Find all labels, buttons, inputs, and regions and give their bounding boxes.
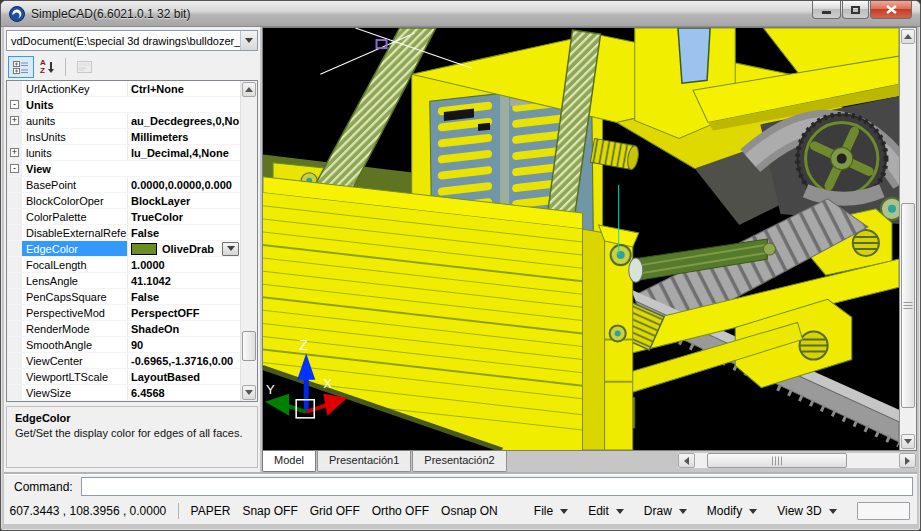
ucs-y-label: Y xyxy=(266,382,275,397)
grid-row-BasePoint[interactable]: BasePoint0.0000,0.0000,0.000 xyxy=(7,177,240,193)
row-margin: - xyxy=(7,97,22,112)
command-row: Command: xyxy=(4,474,917,498)
status-toggle-osnap-on[interactable]: Osnap ON xyxy=(441,504,498,518)
window-controls xyxy=(811,1,912,19)
property-name: SmoothAngle xyxy=(22,337,128,352)
maximize-icon xyxy=(851,6,860,14)
property-value: False xyxy=(128,225,240,240)
scroll-down-button[interactable] xyxy=(901,434,915,449)
grid-row-ViewSize[interactable]: ViewSize6.4568 xyxy=(7,385,240,401)
grid-row-InsUnits[interactable]: InsUnitsMillimeters xyxy=(7,129,240,145)
row-margin xyxy=(7,241,22,256)
grid-row-PerspectiveMod[interactable]: PerspectiveModPerspectOFF xyxy=(7,305,240,321)
collapse-icon[interactable]: - xyxy=(10,164,19,173)
chevron-down-icon xyxy=(245,38,253,43)
viewport[interactable]: Z X Y xyxy=(262,27,917,451)
grid-row-DisableExternalRefe[interactable]: DisableExternalRefeFalse xyxy=(7,225,240,241)
property-name: lunits xyxy=(22,145,128,160)
row-margin xyxy=(7,177,22,192)
scroll-right-button[interactable] xyxy=(899,453,916,468)
property-grid-scrollbar[interactable] xyxy=(240,81,257,401)
row-margin xyxy=(7,385,22,400)
document-combobox-value: vdDocument(E:\special 3d drawings\bulldo… xyxy=(7,35,240,47)
categorized-view-button[interactable] xyxy=(8,56,34,78)
scroll-left-button[interactable] xyxy=(678,453,695,468)
property-name: ViewSize xyxy=(22,385,128,400)
viewport-panel: Z X Y ModelPresentación1Presentación2 xyxy=(262,27,917,474)
viewport-horizontal-scrollbar[interactable] xyxy=(677,452,917,469)
thumb-grip-icon xyxy=(772,456,782,465)
expand-icon[interactable]: + xyxy=(10,116,19,125)
menu-modify[interactable]: Modify xyxy=(707,504,757,518)
grid-row-Units[interactable]: -Units xyxy=(7,97,240,113)
chevron-down-icon xyxy=(829,509,837,514)
grid-row-SmoothAngle[interactable]: SmoothAngle90 xyxy=(7,337,240,353)
row-margin xyxy=(7,273,22,288)
property-name: PerspectiveMod xyxy=(22,305,128,320)
property-value: 90 xyxy=(128,337,240,352)
property-name: LensAngle xyxy=(22,273,128,288)
grid-row-ColorPalette[interactable]: ColorPaletteTrueColor xyxy=(7,209,240,225)
property-name: EdgeColor xyxy=(22,241,128,256)
status-toggle-ortho-off[interactable]: Ortho OFF xyxy=(372,504,429,518)
chevron-down-icon xyxy=(904,439,912,444)
scrollbar-thumb[interactable] xyxy=(901,203,915,408)
grid-row-FocalLength[interactable]: FocalLength1.0000 xyxy=(7,257,240,273)
grid-row-ViewportLTScale[interactable]: ViewportLTScaleLayoutBased xyxy=(7,369,240,385)
grid-row-BlockColorOper[interactable]: BlockColorOperBlockLayer xyxy=(7,193,240,209)
close-button[interactable] xyxy=(870,1,912,19)
scrollbar-thumb[interactable] xyxy=(707,453,847,468)
viewport-canvas[interactable]: Z X Y xyxy=(263,28,899,450)
minimize-button[interactable] xyxy=(812,1,841,19)
chevron-down-icon xyxy=(616,509,624,514)
property-name: BlockColorOper xyxy=(22,193,128,208)
row-margin xyxy=(7,209,22,224)
scroll-up-button[interactable] xyxy=(901,29,915,44)
chevron-down-icon xyxy=(245,390,253,395)
chevron-down-icon xyxy=(749,509,757,514)
command-input[interactable] xyxy=(81,477,913,496)
status-toggle-snap-off[interactable]: Snap OFF xyxy=(242,504,297,518)
status-toggle-paper[interactable]: PAPER xyxy=(191,504,231,518)
collapse-icon[interactable]: - xyxy=(10,100,19,109)
scrollbar-thumb[interactable] xyxy=(242,331,256,361)
row-margin: + xyxy=(7,145,22,160)
tab-Presentación1[interactable]: Presentación1 xyxy=(317,451,411,472)
menu-view-3d[interactable]: View 3D xyxy=(777,504,836,518)
scroll-down-button[interactable] xyxy=(242,385,256,400)
grid-row-View[interactable]: -View xyxy=(7,161,240,177)
menu-draw[interactable]: Draw xyxy=(644,504,687,518)
grid-row-LensAngle[interactable]: LensAngle41.1042 xyxy=(7,273,240,289)
color-dropdown-button[interactable] xyxy=(222,242,239,256)
menu-label: Modify xyxy=(707,504,742,518)
combobox-arrow-button[interactable] xyxy=(240,31,257,50)
property-name: BasePoint xyxy=(22,177,128,192)
grid-row-UrlActionKey[interactable]: UrlActionKeyCtrl+None xyxy=(7,81,240,97)
property-value: Millimeters xyxy=(128,129,240,144)
grid-row-lunits[interactable]: +lunitslu_Decimal,4,None xyxy=(7,145,240,161)
toolbar-separator xyxy=(65,58,66,76)
chevron-down-icon xyxy=(560,509,568,514)
grid-row-EdgeColor[interactable]: EdgeColorOliveDrab xyxy=(7,241,240,257)
scroll-up-button[interactable] xyxy=(242,82,256,97)
viewport-vertical-scrollbar[interactable] xyxy=(899,28,916,450)
grid-row-RenderMode[interactable]: RenderModeShadeOn xyxy=(7,321,240,337)
tab-Presentación2[interactable]: Presentación2 xyxy=(412,451,506,472)
maximize-button[interactable] xyxy=(842,1,869,19)
alphabetical-sort-button[interactable]: AZ xyxy=(34,56,60,78)
expand-icon[interactable]: + xyxy=(10,148,19,157)
grid-row-PenCapsSquare[interactable]: PenCapsSquareFalse xyxy=(7,289,240,305)
grid-row-aunits[interactable]: +aunitsau_Decdegrees,0,No xyxy=(7,113,240,129)
status-toggle-grid-off[interactable]: Grid OFF xyxy=(310,504,360,518)
property-value: 1.0000 xyxy=(128,257,240,272)
window-title: SimpleCAD(6.6021.0.1 32 bit) xyxy=(31,7,190,21)
menu-file[interactable]: File xyxy=(534,504,568,518)
document-combobox[interactable]: vdDocument(E:\special 3d drawings\bulldo… xyxy=(6,30,258,51)
property-value: ShadeOn xyxy=(128,321,240,336)
tab-Model[interactable]: Model xyxy=(262,451,316,472)
row-margin xyxy=(7,305,22,320)
menu-edit[interactable]: Edit xyxy=(588,504,624,518)
property-name: ViewportLTScale xyxy=(22,369,128,384)
chevron-left-icon xyxy=(684,457,689,465)
grid-row-ViewCenter[interactable]: ViewCenter-0.6965,-1.3716,0.00 xyxy=(7,353,240,369)
